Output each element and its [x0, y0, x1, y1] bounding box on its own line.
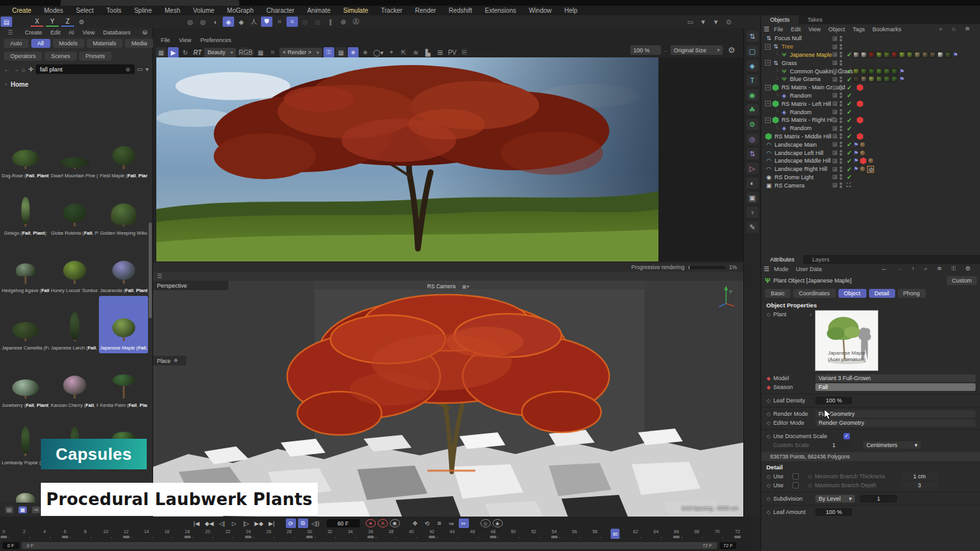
- asset-item[interactable]: Japanese Camellia (Fal...: [1, 296, 50, 353]
- size-dropdown[interactable]: Original Size▾: [671, 45, 723, 55]
- edit-toggle-icon[interactable]: [833, 118, 837, 122]
- prev-key-button[interactable]: ◆◀: [204, 518, 215, 528]
- tab-presets[interactable]: Presets: [79, 52, 112, 61]
- record-rotation-button[interactable]: ⟲: [422, 518, 433, 528]
- om-menu-tags[interactable]: Tags: [849, 26, 868, 33]
- tab-materials[interactable]: Materials: [87, 39, 123, 48]
- enabled-check-icon[interactable]: ✓: [847, 117, 852, 124]
- material-swatch[interactable]: [868, 76, 875, 82]
- field-icon[interactable]: ▷: [746, 163, 759, 174]
- visibility-dots[interactable]: [840, 158, 842, 164]
- clear-search-icon[interactable]: ⊗: [126, 66, 131, 73]
- next-frame-button[interactable]: |▷: [241, 518, 251, 528]
- joint-gear-icon[interactable]: 人: [248, 17, 260, 27]
- material-swatch[interactable]: [876, 76, 882, 82]
- key-dot-icon[interactable]: ◇: [766, 398, 771, 404]
- object-row[interactable]: −RS Matrix - Left Hill✓: [761, 99, 980, 108]
- up-icon[interactable]: ↑: [909, 265, 918, 272]
- annotate-icon[interactable]: Ⓐ: [350, 17, 362, 27]
- material-swatch[interactable]: [868, 68, 875, 75]
- key-dot-icon[interactable]: ◇: [766, 474, 771, 480]
- object-row[interactable]: ◠Landscape Left Hill✓⚑: [761, 149, 980, 157]
- keyed-dot-icon[interactable]: ◆: [766, 376, 771, 381]
- menu-extensions[interactable]: Extensions: [479, 6, 522, 15]
- object-name[interactable]: Focus Null: [775, 35, 802, 41]
- filter-icon[interactable]: ≋: [961, 26, 973, 33]
- menu-help[interactable]: Help: [559, 6, 584, 15]
- interactive-render-icon[interactable]: ⊙: [723, 17, 734, 27]
- viewport-menu-icon[interactable]: ☰: [157, 273, 162, 279]
- material-swatch[interactable]: [876, 68, 882, 75]
- leaf-density-field[interactable]: 100 %: [815, 397, 852, 404]
- edit-toggle-icon[interactable]: [833, 45, 837, 49]
- dither-icon[interactable]: ▦: [255, 47, 266, 58]
- subdivision-value-field[interactable]: 1: [860, 495, 897, 503]
- object-row[interactable]: └◈Random✓: [761, 124, 980, 133]
- edit-toggle-icon[interactable]: [833, 77, 837, 82]
- browser-menu-ai[interactable]: AI: [65, 29, 78, 36]
- expand-icon[interactable]: ⇱: [398, 47, 409, 58]
- autokey-button[interactable]: A: [378, 519, 388, 527]
- channel-toggle[interactable]: RGB: [237, 47, 254, 58]
- om-tab-takes[interactable]: Takes: [799, 15, 832, 24]
- forward-icon[interactable]: →: [13, 66, 19, 73]
- visibility-dots[interactable]: [840, 44, 842, 50]
- asset-item[interactable]: Kanzan Cherry (Fall, Pl...: [50, 353, 99, 411]
- viewport-label[interactable]: Perspective: [153, 281, 228, 290]
- grid-icon[interactable]: ▦: [336, 47, 346, 58]
- camera-target-icon[interactable]: ⛶: [847, 182, 850, 189]
- render-menu-view[interactable]: View: [175, 37, 195, 43]
- use-document-scale-checkbox[interactable]: ✓: [843, 433, 850, 439]
- material-sphere-icon[interactable]: [859, 166, 866, 172]
- timeline-ruler[interactable]: 0246810121416182022242628303234363840424…: [1, 529, 740, 540]
- state-dot-icon[interactable]: ◎: [197, 17, 209, 27]
- camera-icon[interactable]: ▣: [746, 192, 759, 203]
- redshift-tag-icon[interactable]: [856, 133, 863, 140]
- viewport-camera-label[interactable]: RS Camera▣▾: [427, 283, 470, 290]
- key-dot-icon[interactable]: ◇: [766, 411, 771, 417]
- visibility-dots[interactable]: [840, 109, 842, 115]
- render-menu-file[interactable]: File: [157, 37, 174, 43]
- home-icon[interactable]: ⌂: [949, 26, 958, 33]
- null-object-icon[interactable]: ⇅: [746, 31, 759, 42]
- enabled-check-icon[interactable]: ✓: [847, 51, 852, 58]
- asset-item[interactable]: Jacaranda (Fall, Plant): [99, 239, 148, 296]
- material-sphere-icon[interactable]: [868, 158, 874, 164]
- sound-button[interactable]: ◁)): [310, 518, 321, 528]
- asset-item[interactable]: Dwarf Mountain Pine (...: [50, 124, 99, 181]
- snapshot-icon[interactable]: ▦: [156, 47, 167, 58]
- om-menu-object[interactable]: Object: [825, 26, 848, 33]
- edit-toggle-icon[interactable]: [833, 52, 837, 57]
- render-menu-preferences[interactable]: Preferences: [197, 37, 235, 43]
- om-menu-file[interactable]: File: [771, 26, 787, 33]
- search-icon[interactable]: ⌕: [921, 265, 930, 272]
- object-name[interactable]: Grass: [782, 60, 797, 66]
- enabled-check-icon[interactable]: ✓: [847, 100, 852, 107]
- edit-toggle-icon[interactable]: [833, 167, 837, 172]
- view-list-icon[interactable]: ▤: [5, 506, 13, 513]
- plant-preview-thumbnail[interactable]: Japanese Maple (Acer palmatum): [815, 310, 879, 371]
- next-key-button[interactable]: ▶◆: [253, 518, 265, 528]
- custom-button[interactable]: Custom: [947, 276, 977, 285]
- keyframe-selection-button[interactable]: ◉: [390, 519, 400, 527]
- asset-item[interactable]: Ginkgo (Fall, Plant): [1, 181, 50, 239]
- object-name[interactable]: Landscape Right Hill: [775, 166, 828, 172]
- menu-spline[interactable]: Spline: [128, 6, 158, 15]
- attr-tab-attributes[interactable]: Attributes: [761, 255, 803, 264]
- section-tab-basic[interactable]: Basic: [765, 289, 791, 298]
- material-swatch[interactable]: [891, 76, 898, 82]
- solo-single-button[interactable]: ◉: [493, 519, 503, 527]
- asset-item[interactable]: Honey Locust 'Sunbur...: [50, 239, 99, 296]
- key-dot-icon[interactable]: ◇: [766, 312, 771, 318]
- expander-icon[interactable]: −: [765, 117, 771, 123]
- expander-icon[interactable]: −: [765, 101, 771, 107]
- redshift-material-icon[interactable]: [859, 158, 866, 165]
- material-swatch[interactable]: [861, 68, 867, 75]
- visibility-dots[interactable]: [840, 133, 842, 139]
- tab-all[interactable]: All: [31, 39, 50, 48]
- search-icon[interactable]: ⌕: [936, 26, 946, 33]
- enabled-check-icon[interactable]: ✓: [847, 68, 852, 75]
- material-swatch[interactable]: [884, 52, 890, 58]
- menu-volume[interactable]: Volume: [187, 6, 219, 15]
- asset-item[interactable]: Kentia Palm (Fall, Plant): [99, 353, 148, 411]
